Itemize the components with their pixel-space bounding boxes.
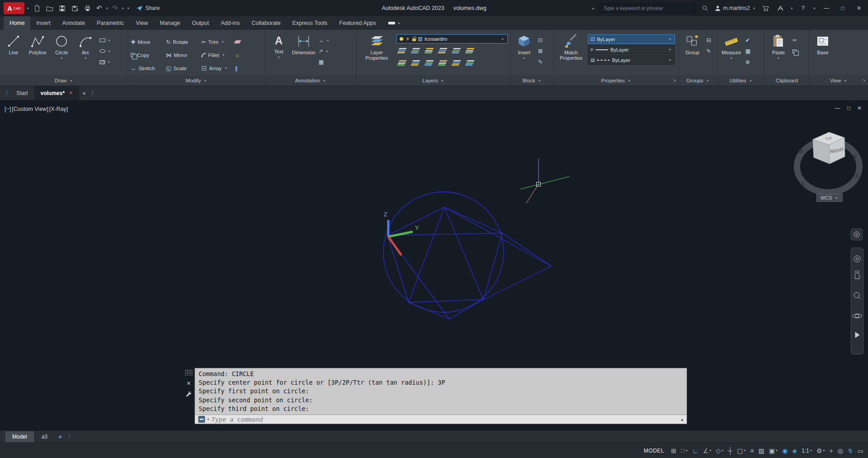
application-menu-button[interactable]: A CAD bbox=[4, 2, 24, 14]
selection-cycling-button[interactable]: ▣▾ bbox=[769, 448, 777, 454]
tab-featured-apps[interactable]: Featured Apps bbox=[334, 16, 382, 30]
layer-unisolate-icon[interactable] bbox=[397, 60, 407, 66]
rotate-button[interactable]: ↻Rotate bbox=[166, 39, 201, 45]
compass-east-label[interactable]: E bbox=[855, 173, 859, 179]
redo-caret-icon[interactable]: ▾ bbox=[121, 6, 125, 10]
viewport-view-menu[interactable]: [Custom View] bbox=[12, 106, 48, 112]
copy-button[interactable]: Copy bbox=[131, 52, 166, 58]
polar-tracking-button[interactable]: ∠▾ bbox=[703, 448, 711, 454]
quick-calculator-button[interactable]: ▦ bbox=[744, 47, 751, 55]
undo-button[interactable]: ↶ bbox=[95, 4, 104, 12]
explode-button[interactable]: ☼ bbox=[235, 52, 248, 58]
insert-block-button[interactable]: Insert ▾ bbox=[513, 32, 535, 76]
redo-button[interactable]: ↷ bbox=[110, 4, 119, 12]
navigation-wheel-button[interactable] bbox=[851, 229, 863, 240]
compass-north-label[interactable]: N bbox=[853, 154, 857, 160]
groups-panel-footer[interactable]: Groups▾ bbox=[679, 76, 717, 86]
match-properties-button[interactable]: Match Properties bbox=[557, 32, 586, 76]
modify-panel-footer[interactable]: Modify▾ bbox=[128, 76, 265, 86]
id-point-button[interactable]: ⊕ bbox=[744, 58, 751, 66]
account-caret-icon[interactable]: ▾ bbox=[790, 6, 794, 10]
create-block-button[interactable]: ⊡ bbox=[537, 36, 544, 44]
open-file-button[interactable] bbox=[44, 3, 55, 14]
layer-unlock-icon[interactable] bbox=[424, 60, 434, 66]
layer-properties-button[interactable]: Layer Properties bbox=[359, 32, 394, 76]
compass-west-label[interactable]: W bbox=[798, 148, 803, 155]
circle-button[interactable]: Circle ▾ bbox=[51, 32, 72, 76]
annotation-visibility-icon[interactable]: ◉ bbox=[782, 448, 787, 454]
viewport-visual-style-menu[interactable]: [X-Ray] bbox=[49, 106, 68, 112]
new-file-button[interactable] bbox=[31, 3, 43, 14]
view-panel-footer[interactable]: View▾↘ bbox=[809, 76, 868, 86]
command-input[interactable] bbox=[211, 416, 678, 423]
measure-button[interactable]: Measure ▾ bbox=[720, 32, 742, 76]
clean-screen-icon[interactable]: ▭ bbox=[858, 448, 863, 454]
ungroup-button[interactable]: ⊟ bbox=[706, 36, 712, 44]
paste-button[interactable]: Paste ▾ bbox=[768, 32, 789, 76]
quick-select-button[interactable]: ✔ bbox=[744, 36, 751, 44]
wcs-dropdown[interactable]: WCS ▾ bbox=[816, 194, 843, 202]
drawing-viewport[interactable]: Z Y [−] [Custom View] [X-Ray] — □ ✕ N E … bbox=[0, 100, 868, 430]
new-layout-button[interactable]: + bbox=[55, 433, 65, 440]
tab-express-tools[interactable]: Express Tools bbox=[286, 16, 334, 30]
base-view-button[interactable]: Base bbox=[812, 32, 834, 76]
viewport-minimize-button[interactable]: — bbox=[835, 105, 840, 111]
command-history[interactable]: Command: CIRCLE Specify center point for… bbox=[195, 368, 687, 415]
ucs-icon[interactable]: Z Y bbox=[384, 211, 419, 255]
transparency-icon[interactable]: ▨ bbox=[758, 448, 764, 454]
zoom-icon[interactable] bbox=[854, 292, 861, 299]
search-expand-caret-icon[interactable]: ▸ bbox=[591, 6, 596, 10]
erase-button[interactable] bbox=[235, 40, 248, 43]
pan-hand-icon[interactable] bbox=[855, 270, 859, 279]
copy-clip-button[interactable] bbox=[792, 47, 798, 55]
stretch-button[interactable]: ↔Stretch bbox=[131, 66, 166, 71]
viewport-restore-button[interactable]: □ bbox=[847, 105, 850, 111]
quick-access-customize-caret-icon[interactable]: ▾ bbox=[126, 6, 130, 10]
utilities-panel-footer[interactable]: Utilities▾ bbox=[718, 76, 764, 86]
write-block-button[interactable]: ⊠ bbox=[537, 47, 544, 55]
arc-button[interactable]: Arc ▾ bbox=[75, 32, 96, 76]
autoscale-icon[interactable]: ◈ bbox=[792, 448, 797, 454]
help-button[interactable]: ? bbox=[797, 3, 809, 14]
model-space-indicator[interactable]: MODEL bbox=[644, 448, 664, 454]
fillet-button[interactable]: Fillet▾ bbox=[201, 52, 235, 58]
tab-home[interactable]: Home bbox=[4, 16, 30, 30]
rectangle-button[interactable]: ▾ bbox=[99, 36, 112, 44]
layer-off-icon[interactable] bbox=[397, 48, 407, 53]
object-snap-tracking-icon[interactable]: ┼ bbox=[728, 448, 733, 454]
save-button[interactable] bbox=[57, 3, 68, 14]
command-window-close-button[interactable]: ✕ bbox=[186, 380, 191, 386]
trim-button[interactable]: ✂Trim▾ bbox=[201, 39, 235, 45]
draw-panel-footer[interactable]: Draw▾ bbox=[0, 76, 128, 86]
dimension-button[interactable]: Dimension bbox=[292, 32, 315, 76]
layer-select-dropdown[interactable]: ☀ Icosaedro ▾ bbox=[396, 34, 508, 43]
tab-view[interactable]: View bbox=[130, 16, 154, 30]
compass-south-label[interactable]: S bbox=[801, 181, 805, 187]
layer-freeze-icon[interactable] bbox=[424, 48, 434, 53]
share-button[interactable]: Share bbox=[136, 5, 160, 11]
scale-button[interactable]: ◱Scale bbox=[166, 66, 201, 71]
window-close-button[interactable]: ✕ bbox=[853, 2, 865, 14]
view-dialog-launcher-icon[interactable]: ↘ bbox=[862, 77, 866, 82]
lineweight-display-icon[interactable]: ≡ bbox=[750, 448, 754, 454]
lineweight-dropdown[interactable]: ≡ ByLayer ▾ bbox=[588, 45, 675, 54]
orbit-icon[interactable] bbox=[853, 314, 862, 318]
array-button[interactable]: Array▾ bbox=[201, 66, 235, 71]
tab-add-ins[interactable]: Add-ins bbox=[215, 16, 246, 30]
undo-caret-icon[interactable]: ▾ bbox=[105, 6, 109, 10]
block-editor-button[interactable]: ✎ bbox=[537, 58, 544, 66]
help-search-input[interactable] bbox=[599, 4, 696, 13]
volumes-tab-close-icon[interactable]: ✕ bbox=[69, 90, 73, 96]
leader-button[interactable]: ↗▾ bbox=[318, 47, 331, 55]
command-customize-icon[interactable] bbox=[186, 391, 192, 397]
tab-insert[interactable]: Insert bbox=[30, 16, 56, 30]
search-icon[interactable] bbox=[700, 3, 711, 14]
match-layer-icon[interactable] bbox=[465, 48, 475, 53]
workspace-switching-button[interactable]: ⚙▾ bbox=[816, 448, 825, 454]
move-button[interactable]: ✚Move bbox=[131, 39, 166, 45]
group-edit-button[interactable]: ✎ bbox=[706, 47, 712, 55]
viewcube-cube[interactable]: TOP RIGHT bbox=[806, 126, 849, 169]
properties-panel-footer[interactable]: Properties▾↘ bbox=[554, 76, 678, 86]
new-drawing-tab-button[interactable]: + bbox=[79, 90, 89, 97]
viewport-controls-menu[interactable]: [−] bbox=[5, 106, 11, 112]
